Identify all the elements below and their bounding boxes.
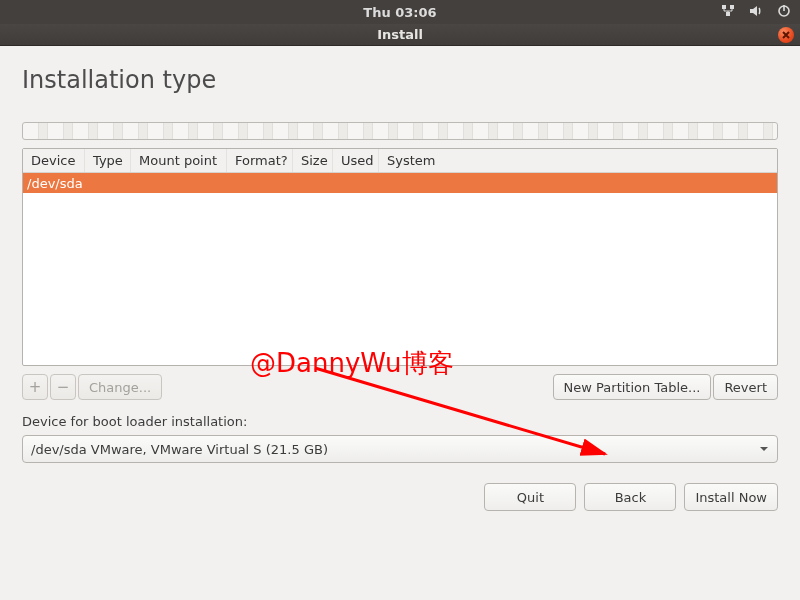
- col-header-used[interactable]: Used: [333, 149, 379, 172]
- window-title: Install: [377, 27, 423, 42]
- col-header-type[interactable]: Type: [85, 149, 131, 172]
- wizard-nav: Quit Back Install Now: [22, 483, 778, 511]
- window-title-bar: Install: [0, 24, 800, 46]
- volume-icon[interactable]: [748, 3, 764, 22]
- svg-rect-4: [783, 5, 785, 11]
- back-button[interactable]: Back: [584, 483, 676, 511]
- col-header-mount[interactable]: Mount point: [131, 149, 227, 172]
- system-indicators[interactable]: [720, 0, 792, 24]
- revert-button[interactable]: Revert: [713, 374, 778, 400]
- partition-actions: + − Change... New Partition Table... Rev…: [22, 374, 778, 400]
- partition-usage-bar: [22, 122, 778, 140]
- quit-button[interactable]: Quit: [484, 483, 576, 511]
- install-now-button[interactable]: Install Now: [684, 483, 778, 511]
- network-icon[interactable]: [720, 3, 736, 22]
- svg-rect-1: [730, 5, 734, 9]
- table-row[interactable]: /dev/sda: [23, 173, 777, 193]
- close-icon: [782, 31, 790, 39]
- clock-text: Thu 03:06: [363, 5, 436, 20]
- partition-table-body[interactable]: /dev/sda: [23, 173, 777, 365]
- col-header-size[interactable]: Size: [293, 149, 333, 172]
- bootloader-selected: /dev/sda VMware, VMware Virtual S (21.5 …: [31, 442, 328, 457]
- svg-rect-0: [722, 5, 726, 9]
- remove-partition-button[interactable]: −: [50, 374, 76, 400]
- bootloader-device-combo[interactable]: /dev/sda VMware, VMware Virtual S (21.5 …: [22, 435, 778, 463]
- add-partition-button[interactable]: +: [22, 374, 48, 400]
- cell-device: /dev/sda: [27, 176, 83, 191]
- top-menu-bar: Thu 03:06: [0, 0, 800, 24]
- page-title: Installation type: [22, 66, 778, 94]
- col-header-system[interactable]: System: [379, 149, 777, 172]
- window-close-button[interactable]: [778, 27, 794, 43]
- partition-table-header: Device Type Mount point Format? Size Use…: [23, 149, 777, 173]
- installer-content: Installation type Device Type Mount poin…: [0, 46, 800, 600]
- bootloader-label: Device for boot loader installation:: [22, 414, 778, 429]
- col-header-device[interactable]: Device: [23, 149, 85, 172]
- change-partition-button[interactable]: Change...: [78, 374, 162, 400]
- new-partition-table-button[interactable]: New Partition Table...: [553, 374, 712, 400]
- partition-table: Device Type Mount point Format? Size Use…: [22, 148, 778, 366]
- power-icon[interactable]: [776, 3, 792, 22]
- chevron-down-icon: [759, 442, 769, 457]
- col-header-format[interactable]: Format?: [227, 149, 293, 172]
